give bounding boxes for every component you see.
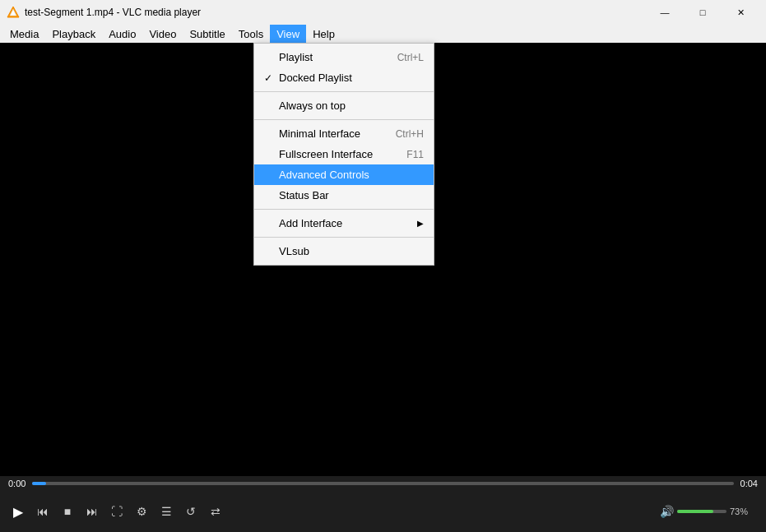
advanced-controls-label: Advanced Controls [279, 169, 417, 181]
prev-track-button[interactable]: ⏮ [31, 500, 54, 523]
menu-item-playlist[interactable]: Playlist Ctrl+L [254, 47, 434, 67]
volume-fill [677, 510, 713, 513]
fullscreen-interface-label: Fullscreen Interface [279, 148, 400, 160]
menu-playback[interactable]: Playback [45, 25, 102, 43]
random-button[interactable]: ⇄ [204, 500, 227, 523]
stop-button[interactable]: ■ [56, 500, 79, 523]
separator-3 [254, 209, 434, 210]
menu-subtitle[interactable]: Subtitle [183, 25, 231, 43]
always-on-top-label: Always on top [279, 99, 417, 112]
menu-item-advanced-controls[interactable]: Advanced Controls [254, 164, 434, 185]
menu-video[interactable]: Video [142, 25, 183, 43]
menu-item-add-interface[interactable]: Add Interface ▶ [254, 213, 434, 234]
extended-settings-button[interactable]: ⚙ [130, 500, 153, 523]
time-current: 0:00 [8, 479, 26, 488]
window-controls: — □ ✕ [646, 0, 759, 25]
playlist-shortcut: Ctrl+L [397, 52, 424, 63]
progress-track[interactable] [32, 482, 733, 485]
menu-item-minimal-interface[interactable]: Minimal Interface Ctrl+H [254, 123, 434, 144]
playlist-label: Playlist [279, 51, 391, 63]
separator-1 [254, 91, 434, 92]
menu-item-vlcsub[interactable]: VLsub [254, 241, 434, 261]
check-docked: ✓ [264, 72, 279, 84]
menu-item-always-on-top[interactable]: Always on top [254, 95, 434, 116]
time-total: 0:04 [740, 479, 758, 488]
vlcsub-label: VLsub [279, 245, 417, 257]
menubar: Media Playback Audio Video Subtitle Tool… [0, 25, 766, 43]
menu-tools[interactable]: Tools [232, 25, 270, 43]
separator-4 [254, 237, 434, 238]
docked-playlist-label: Docked Playlist [279, 72, 417, 84]
view-menu: Playlist Ctrl+L ✓ Docked Playlist Always… [253, 43, 434, 266]
minimize-button[interactable]: — [646, 0, 684, 25]
progress-bar-container: 0:00 0:04 [0, 476, 766, 491]
add-interface-label: Add Interface [279, 217, 414, 229]
status-bar-label: Status Bar [279, 189, 417, 201]
progress-fill [32, 482, 46, 485]
menu-help[interactable]: Help [306, 25, 341, 43]
menu-item-docked-playlist[interactable]: ✓ Docked Playlist [254, 67, 434, 88]
menu-item-fullscreen-interface[interactable]: Fullscreen Interface F11 [254, 144, 434, 164]
minimal-shortcut: Ctrl+H [396, 128, 424, 140]
volume-percentage: 73% [730, 507, 753, 516]
separator-2 [254, 119, 434, 120]
loop-button[interactable]: ↺ [179, 500, 202, 523]
close-button[interactable]: ✕ [722, 0, 759, 25]
next-track-button[interactable]: ⏭ [81, 500, 104, 523]
menu-audio[interactable]: Audio [102, 25, 142, 43]
app-icon [7, 6, 20, 19]
fullscreen-shortcut: F11 [406, 149, 424, 160]
menu-item-status-bar[interactable]: Status Bar [254, 185, 434, 206]
playlist-toggle-button[interactable]: ☰ [155, 500, 178, 523]
window-title: test-Segment 1.mp4 - VLC media player [25, 7, 646, 18]
maximize-button[interactable]: □ [684, 0, 722, 25]
volume-area: 🔊 73% [660, 505, 753, 518]
controls-area: 0:00 0:04 ▶ ⏮ ■ ⏭ ⛶ ⚙ ☰ ↺ ⇄ 🔊 73% [0, 476, 766, 532]
volume-track[interactable] [677, 510, 727, 513]
control-buttons: ▶ ⏮ ■ ⏭ ⛶ ⚙ ☰ ↺ ⇄ 🔊 73% [0, 491, 766, 532]
add-interface-arrow: ▶ [417, 219, 424, 228]
titlebar: test-Segment 1.mp4 - VLC media player — … [0, 0, 766, 25]
fullscreen-button[interactable]: ⛶ [105, 500, 128, 523]
minimal-interface-label: Minimal Interface [279, 127, 389, 140]
play-button[interactable]: ▶ [7, 500, 30, 523]
menu-media[interactable]: Media [3, 25, 45, 43]
menu-view[interactable]: View [270, 25, 306, 43]
volume-icon[interactable]: 🔊 [660, 505, 674, 518]
